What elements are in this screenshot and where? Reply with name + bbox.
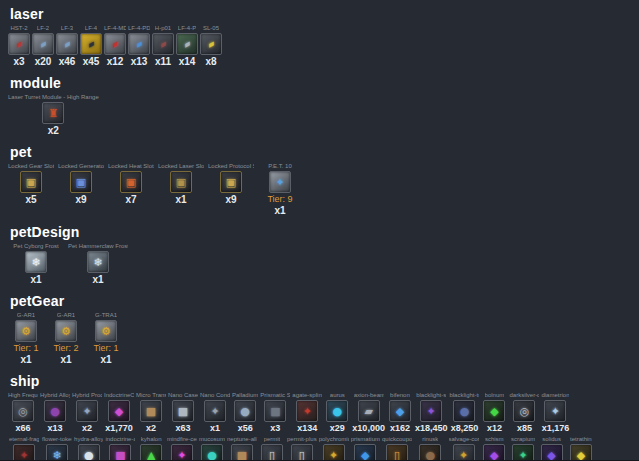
inventory-item[interactable]: schism◆x1,428: [481, 436, 509, 461]
inventory-item[interactable]: darksilver-ore◎x85: [509, 392, 539, 434]
inventory-item[interactable]: Locked Generator Slots▣x9: [58, 163, 104, 205]
inventory-item[interactable]: LF-4-P▰x14: [176, 25, 198, 67]
blacklight-trace-icon: ●: [453, 400, 475, 422]
gear-ar1-icon: ⚙: [15, 320, 37, 342]
inventory-item[interactable]: hydra-alloy●x106: [74, 436, 103, 461]
gear-ar1-icon: ⚙: [55, 320, 77, 342]
inventory-item[interactable]: LF-2▰x20: [32, 25, 54, 67]
inventory-item[interactable]: Locked Protocol Slots▣x9: [208, 163, 254, 205]
inventory-item[interactable]: neptune-alloy■x114: [227, 436, 257, 461]
inventory-item[interactable]: Pet Cyborg Frost❄x1: [8, 243, 64, 285]
nano-case-icon: ■: [172, 400, 194, 422]
inventory-item[interactable]: G-AR1⚙Tier: 2x1: [48, 312, 84, 365]
inventory-item[interactable]: axion-beam-regulator▰x10,000: [352, 392, 385, 434]
inventory-item[interactable]: HST-2▰x3: [8, 25, 30, 67]
mucosum-icon: ●: [201, 444, 223, 461]
inventory-item[interactable]: Prismatic Socket■x3: [260, 392, 290, 434]
hybrid-alloy-icon: ●: [44, 400, 66, 422]
inventory-item[interactable]: LF-3▰x46: [56, 25, 78, 67]
inventory-item[interactable]: quickcoupon▯x100: [382, 436, 412, 461]
inventory-item[interactable]: IndoctrineOil◆x1,770: [104, 392, 134, 434]
inventory-item[interactable]: polychromium✦x4,949: [319, 436, 349, 461]
item-count: x1: [30, 274, 41, 285]
item-row: HST-2▰x3LF-2▰x20LF-3▰x46LF-4▰x45LF-4-MD▰…: [8, 25, 639, 67]
item-glyph: ▣: [126, 177, 136, 188]
pet-hammerclaw-frost-icon: ❄: [87, 251, 109, 273]
item-label: High Frequency Cable: [8, 392, 38, 399]
inventory-item[interactable]: permit-plus▯x13: [287, 436, 317, 461]
inventory-item[interactable]: Micro Transistors■x2: [136, 392, 166, 434]
inventory-item[interactable]: Nano Condenser✦x1: [200, 392, 230, 434]
inventory-item[interactable]: tetrathin◆x1,972: [567, 436, 595, 461]
section-title: pet: [8, 142, 639, 163]
item-glyph: ❄: [93, 257, 102, 268]
inventory-item[interactable]: LF-4-MD▰x12: [104, 25, 126, 67]
item-glyph: ◆: [361, 450, 369, 461]
inventory-item[interactable]: mucosum●x643: [199, 436, 225, 461]
inventory-item[interactable]: G-TRA1⚙Tier: 1x1: [88, 312, 124, 365]
inventory-item[interactable]: blacklight-shard✦x18,450: [415, 392, 448, 434]
item-label: SL-05: [203, 25, 219, 32]
item-count: x10,000: [352, 423, 385, 434]
inventory-item[interactable]: LF-4-PD▰x13: [128, 25, 150, 67]
inventory-item[interactable]: rinusk●x42,800: [414, 436, 447, 461]
inventory-item[interactable]: agate-splinter✦x134: [292, 392, 322, 434]
inventory-item[interactable]: Nano Case■x63: [168, 392, 198, 434]
item-count: x12: [487, 423, 502, 434]
aurus-icon: ●: [326, 400, 348, 422]
inventory-item[interactable]: permit▯x89: [259, 436, 285, 461]
inventory-item[interactable]: flower-token❄x8,950: [42, 436, 72, 461]
inventory-item[interactable]: G-AR1⚙Tier: 1x1: [8, 312, 44, 365]
inventory-item[interactable]: aurus●x29: [324, 392, 350, 434]
inventory-item[interactable]: Locked Heat Slots▣x7: [108, 163, 154, 205]
item-label: bifenon: [390, 392, 410, 399]
item-tier: Tier: 9: [267, 194, 292, 204]
inventory-item[interactable]: kyhalon▲x1,050: [137, 436, 165, 461]
inventory-item[interactable]: LF-4▰x45: [80, 25, 102, 67]
inventory-item[interactable]: Laser Turret Module - High Range♜x2: [8, 94, 99, 136]
inventory-item[interactable]: salvage-core✦x490: [449, 436, 479, 461]
inventory-item[interactable]: SL-05▰x8: [200, 25, 222, 67]
item-label: Nano Condenser: [200, 392, 230, 399]
inventory-item[interactable]: eternal-fragment✦x11,750: [8, 436, 40, 461]
item-count: x46: [59, 56, 76, 67]
kyhalon-icon: ▲: [140, 444, 162, 461]
item-glyph: ✦: [177, 450, 186, 461]
item-label: polychromium: [319, 436, 349, 443]
inventory-item[interactable]: indoctrine-accelerator■x645: [105, 436, 135, 461]
item-label: IndoctrineOil: [104, 392, 134, 399]
item-glyph: ◆: [490, 450, 498, 461]
item-tier: Tier: 2: [53, 343, 78, 353]
item-glyph: ▯: [269, 450, 275, 461]
item-label: Locked Gear Slots: [8, 163, 54, 170]
item-glyph: ●: [425, 450, 435, 461]
gear-tra1-icon: ⚙: [95, 320, 117, 342]
inventory-item[interactable]: scrapium✦x649: [510, 436, 536, 461]
item-label: Pet Cyborg Frost: [13, 243, 58, 250]
inventory-item[interactable]: Palladium●x56: [232, 392, 258, 434]
inventory-item[interactable]: bolnum◆x12: [481, 392, 507, 434]
inventory-item[interactable]: Locked Gear Slots▣x5: [8, 163, 54, 205]
inventory-item[interactable]: Hybrid Processor✦x2: [72, 392, 102, 434]
item-glyph: ❄: [31, 257, 40, 268]
item-row: eternal-fragment✦x11,750flower-token❄x8,…: [8, 436, 639, 461]
inventory-item[interactable]: Hybrid Alloy●x13: [40, 392, 70, 434]
inventory-item[interactable]: P.E.T. 10✦Tier: 9x1: [258, 163, 302, 216]
inventory-item[interactable]: Locked Laser Slots▣x1: [158, 163, 204, 205]
nano-condenser-icon: ✦: [204, 400, 226, 422]
salvage-core-icon: ✦: [453, 444, 475, 461]
inventory-item[interactable]: bifenon◆x162: [387, 392, 413, 434]
item-label: G-AR1: [57, 312, 75, 319]
item-glyph: ✦: [275, 177, 284, 188]
inventory-item[interactable]: Pet Hammerclaw Frost❄x1: [68, 243, 128, 285]
item-label: G-AR1: [17, 312, 35, 319]
inventory-item[interactable]: mindfire-cerebrum✦x1,700: [167, 436, 197, 461]
inventory-item[interactable]: prismatium◆x50: [351, 436, 380, 461]
inventory-item[interactable]: H-p01▰x11: [152, 25, 174, 67]
inventory-item[interactable]: High Frequency Cable◎x66: [8, 392, 38, 434]
inventory-item[interactable]: diametrion✦x1,176: [541, 392, 569, 434]
item-glyph: ❄: [52, 450, 61, 461]
item-glyph: ▰: [133, 38, 144, 51]
inventory-item[interactable]: blacklight-trace●x8,250: [449, 392, 479, 434]
inventory-item[interactable]: solidus◆x1,116: [538, 436, 565, 461]
